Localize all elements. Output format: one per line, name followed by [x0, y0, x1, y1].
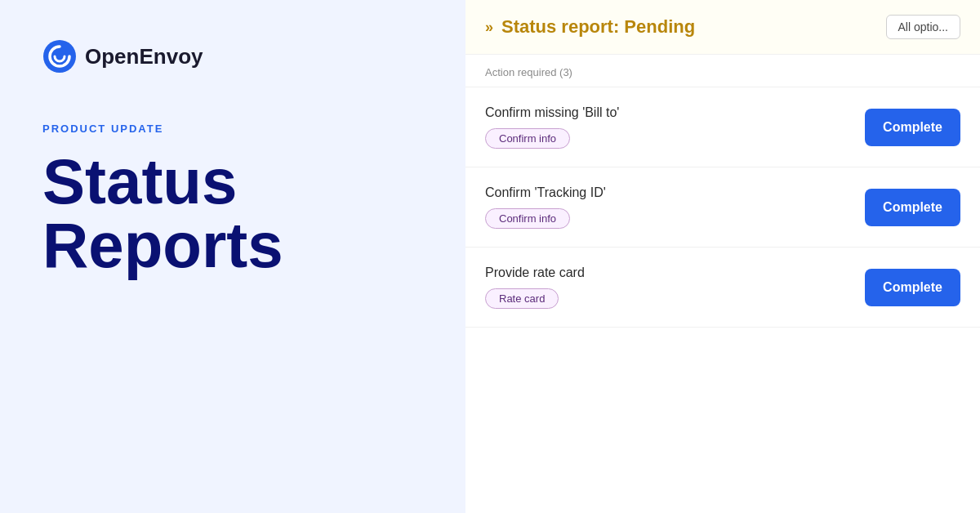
complete-button-3[interactable]: Complete: [865, 269, 960, 306]
action-row: Confirm missing 'Bill to' Confirm info C…: [466, 87, 980, 167]
header-bar: » Status report: Pending All optio...: [466, 0, 980, 55]
complete-button-2[interactable]: Complete: [865, 189, 960, 226]
confirm-info-button-2[interactable]: Confirm info: [485, 208, 570, 229]
main-title: Status Reports: [42, 149, 423, 277]
main-title-line2: Reports: [42, 209, 283, 281]
action-row-3: Provide rate card Rate card Complete: [466, 248, 980, 328]
rate-card-button[interactable]: Rate card: [485, 288, 559, 309]
action-row-2: Confirm 'Tracking ID' Confirm info Compl…: [466, 167, 980, 248]
action-title-1: Confirm missing 'Bill to': [485, 105, 852, 120]
all-options-button[interactable]: All optio...: [886, 15, 960, 39]
logo-text: OpenEnvoy: [85, 44, 203, 69]
action-content-3: Provide rate card Rate card: [485, 265, 852, 309]
openenvoy-logo-icon: [42, 39, 77, 74]
confirm-info-button-1[interactable]: Confirm info: [485, 128, 570, 149]
action-content-2: Confirm 'Tracking ID' Confirm info: [485, 185, 852, 229]
left-panel: OpenEnvoy PRODUCT UPDATE Status Reports: [0, 0, 466, 513]
section-label: Action required (3): [466, 55, 980, 87]
complete-button-1[interactable]: Complete: [865, 109, 960, 146]
action-title-3: Provide rate card: [485, 265, 852, 280]
logo-area: OpenEnvoy: [42, 39, 423, 74]
svg-point-0: [43, 40, 76, 73]
main-title-line1: Status: [42, 145, 237, 217]
chevron-right-icon: »: [485, 19, 493, 36]
action-content-1: Confirm missing 'Bill to' Confirm info: [485, 105, 852, 149]
product-update-label: PRODUCT UPDATE: [42, 123, 423, 135]
action-title-2: Confirm 'Tracking ID': [485, 185, 852, 200]
status-report-title: Status report: Pending: [501, 16, 878, 38]
right-panel: » Status report: Pending All optio... Ac…: [466, 0, 980, 513]
